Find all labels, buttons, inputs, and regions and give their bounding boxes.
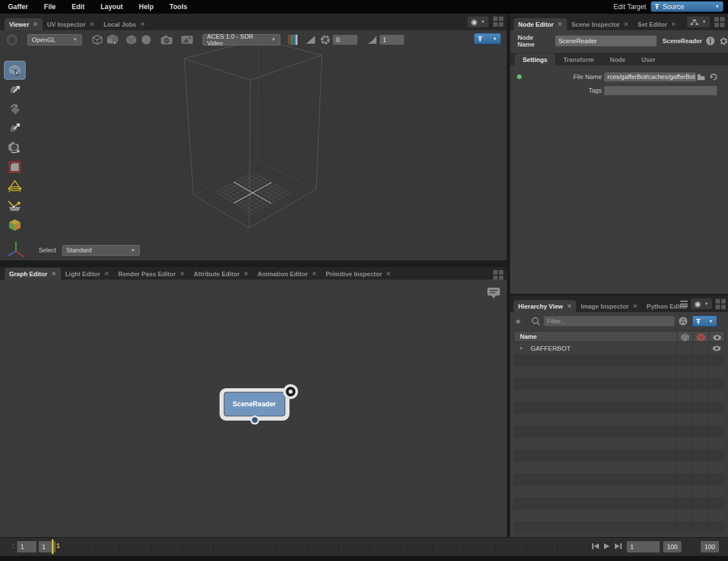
close-icon[interactable]: ✕: [624, 21, 628, 27]
viewer-viewport[interactable]: OpenGL ▼ ACES 1.0 - SDR Video ▼: [0, 30, 507, 260]
menu-edit[interactable]: Edit: [64, 3, 93, 11]
start-frame-field[interactable]: 1: [627, 541, 660, 552]
close-icon[interactable]: ✕: [104, 271, 109, 277]
exposure-field[interactable]: 0: [333, 35, 358, 45]
menu-file[interactable]: File: [36, 3, 64, 11]
visibility-eye-icon[interactable]: [712, 345, 721, 352]
close-icon[interactable]: ✕: [51, 271, 56, 277]
close-icon[interactable]: ✕: [180, 271, 184, 277]
timeline-ruler[interactable]: [57, 540, 630, 554]
tab-render-pass-editor[interactable]: Render Pass Editor ✕: [114, 268, 189, 280]
play-icon[interactable]: [603, 543, 610, 550]
viewer-focus-menu-button[interactable]: ◉ ▼: [468, 16, 489, 27]
visibility-eye-icon[interactable]: [713, 334, 722, 341]
hierarchy-row-gafferbot[interactable]: ► GAFFERBOT: [514, 342, 725, 354]
tab-local-jobs[interactable]: Local Jobs ✕: [99, 18, 150, 30]
tags-field[interactable]: [604, 86, 717, 95]
grade-image-icon[interactable]: [180, 34, 195, 46]
shading-cube-sphere-icon[interactable]: [105, 34, 119, 46]
tab-graph-editor[interactable]: Graph Editor ✕: [5, 268, 61, 280]
file-name-field[interactable]: rces/gafferBot/caches/gafferBot.scc: [604, 72, 696, 82]
tab-attribute-editor[interactable]: Attribute Editor ✕: [189, 268, 253, 280]
menu-gaffer[interactable]: Gaffer: [0, 3, 36, 11]
skip-to-end-icon[interactable]: [614, 543, 622, 550]
sphere-icon[interactable]: [139, 34, 154, 46]
rotate-tool-button[interactable]: [5, 100, 25, 118]
tab-animation-editor[interactable]: Animation Editor ✕: [253, 268, 321, 280]
expander-icon[interactable]: ►: [519, 346, 524, 351]
info-icon[interactable]: [706, 36, 714, 45]
tab-light-editor[interactable]: Light Editor ✕: [61, 268, 114, 280]
tab-set-editor[interactable]: Set Editor ✕: [633, 18, 680, 30]
menu-help[interactable]: Help: [131, 3, 162, 11]
end-frame-field[interactable]: 100: [663, 541, 681, 552]
layout-menu-icon[interactable]: [714, 17, 725, 27]
gamma-field[interactable]: 1: [379, 35, 404, 45]
tab-hierarchy-view[interactable]: Hierarchy View ✕: [514, 300, 576, 312]
menu-layout[interactable]: Layout: [93, 3, 131, 11]
close-icon[interactable]: ✕: [243, 271, 248, 277]
uv-cube-tool-button[interactable]: [5, 216, 25, 234]
menu-tools[interactable]: Tools: [162, 3, 195, 11]
tab-viewer[interactable]: Viewer ✕: [5, 18, 43, 30]
close-icon[interactable]: ✕: [671, 21, 676, 27]
tab-scene-inspector[interactable]: Scene Inspector ✕: [567, 18, 633, 30]
subtab-settings[interactable]: Settings: [515, 53, 555, 65]
close-icon[interactable]: ✕: [140, 21, 144, 27]
exposure-icon[interactable]: [303, 34, 318, 46]
node-editor-link-menu-button[interactable]: ▼: [687, 16, 710, 27]
close-icon[interactable]: ✕: [557, 21, 562, 27]
exclusions-cube-icon[interactable]: [697, 333, 705, 342]
shading-wireframe-cube-icon[interactable]: [90, 34, 105, 46]
light-position-tool-button[interactable]: [5, 197, 25, 214]
subtab-transform[interactable]: Transform: [555, 53, 602, 65]
filter-input[interactable]: [544, 316, 675, 326]
translate-tool-button[interactable]: [5, 81, 25, 98]
playback-end-field[interactable]: 100: [701, 541, 719, 552]
tab-primitive-inspector[interactable]: Primitive Inspector ✕: [321, 268, 395, 280]
folder-icon[interactable]: [697, 73, 705, 81]
select-tool-button[interactable]: [5, 61, 25, 79]
name-column-header[interactable]: Name: [520, 333, 537, 340]
hierarchy-header-row[interactable]: Name: [514, 331, 725, 342]
light-tool-button[interactable]: [5, 177, 25, 195]
scale-tool-button[interactable]: [5, 119, 25, 137]
expansion-cube-icon[interactable]: [124, 34, 139, 46]
viewer-pin-dropdown[interactable]: Ŧ ▼: [474, 33, 501, 44]
close-icon[interactable]: ✕: [90, 21, 94, 27]
subtab-user[interactable]: User: [634, 53, 663, 65]
skip-to-start-icon[interactable]: [592, 543, 599, 550]
close-icon[interactable]: ✕: [33, 21, 38, 27]
inclusions-cube-icon[interactable]: [681, 333, 689, 342]
filter-settings-icon[interactable]: [679, 317, 688, 326]
timeline-grip[interactable]: [13, 543, 14, 548]
layout-menu-icon[interactable]: [493, 270, 503, 280]
playhead[interactable]: [52, 539, 53, 554]
close-icon[interactable]: ✕: [312, 271, 316, 277]
bookmark-star-icon[interactable]: ★: [515, 317, 522, 326]
graph-editor-canvas[interactable]: SceneReader: [0, 280, 507, 537]
hierarchy-pin-dropdown[interactable]: Ŧ ▼: [692, 315, 717, 327]
gear-icon[interactable]: [719, 36, 728, 46]
display-transform-dropdown[interactable]: ACES 1.0 - SDR Video ▼: [202, 34, 280, 45]
close-icon[interactable]: ✕: [567, 303, 572, 309]
hierarchy-focus-menu-button[interactable]: ◉ ▼: [691, 298, 712, 309]
layout-menu-icon[interactable]: [715, 299, 726, 309]
node-name-input[interactable]: [555, 35, 657, 47]
pan-hand-icon[interactable]: [5, 34, 19, 46]
camera-tool-button[interactable]: [5, 139, 25, 156]
refresh-icon[interactable]: [709, 73, 718, 81]
current-frame-field[interactable]: 1: [17, 541, 36, 552]
crop-window-tool-button[interactable]: [5, 158, 25, 176]
subtab-node[interactable]: Node: [602, 53, 634, 65]
close-icon[interactable]: ✕: [386, 271, 391, 277]
camera-icon[interactable]: [159, 34, 174, 46]
layout-menu-icon[interactable]: [493, 16, 503, 27]
tab-node-editor[interactable]: Node Editor ✕: [514, 18, 567, 30]
channel-rgb-icon[interactable]: [285, 34, 300, 46]
close-icon[interactable]: ✕: [632, 303, 637, 309]
tab-uv-inspector[interactable]: UV Inspector ✕: [43, 18, 99, 30]
select-mode-dropdown[interactable]: Standard ▼: [62, 245, 140, 256]
edit-target-dropdown[interactable]: Ŧ Source ▼: [651, 1, 723, 12]
aperture-icon[interactable]: [318, 34, 333, 46]
